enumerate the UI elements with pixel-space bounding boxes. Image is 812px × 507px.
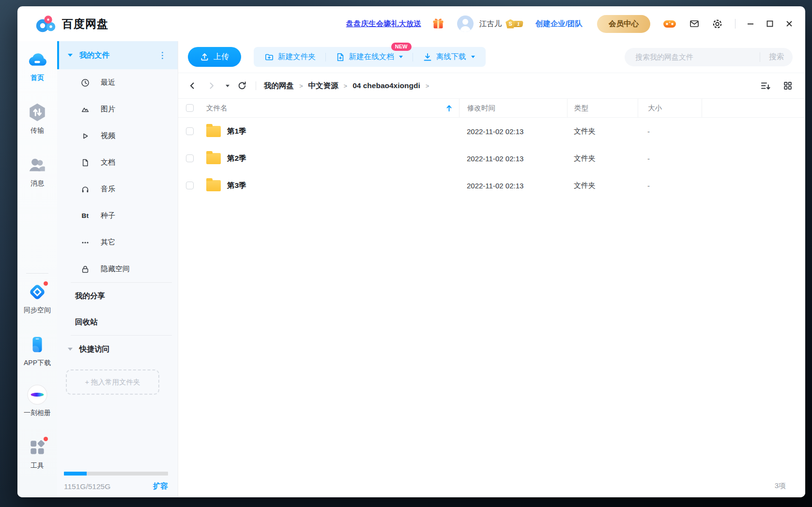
collapse-triangle-icon[interactable] <box>68 348 73 351</box>
maximize-button[interactable] <box>766 19 774 28</box>
sidebar-item-label: 视频 <box>101 131 115 140</box>
collapse-triangle-icon[interactable] <box>68 54 73 57</box>
history-dropdown-icon[interactable] <box>226 85 230 87</box>
games-icon[interactable] <box>663 18 676 29</box>
new-folder-button[interactable]: 新建文件夹 <box>255 47 325 67</box>
member-center-button[interactable]: 会员中心 <box>597 15 650 33</box>
gift-icon[interactable] <box>432 17 444 30</box>
folder-drop-zone[interactable]: + 拖入常用文件夹 <box>66 369 159 395</box>
chevron-down-icon <box>399 56 403 58</box>
forward-button[interactable] <box>207 81 216 90</box>
more-menu-icon[interactable] <box>162 52 163 59</box>
table-row[interactable]: 第3季 2022-11-02 02:13 文件夹 - <box>178 172 805 199</box>
rail-item-transfer[interactable]: 传输 <box>27 102 48 135</box>
column-header-type[interactable]: 类型 <box>567 99 638 117</box>
sidebar-item-my-files[interactable]: 我的文件 <box>57 41 178 69</box>
storage-bar-fill <box>64 472 87 476</box>
baidu-netdisk-logo <box>36 15 56 32</box>
sort-order-icon[interactable] <box>760 81 771 91</box>
file-name[interactable]: 第1季 <box>227 126 246 137</box>
create-team-link[interactable]: 创建企业/团队 <box>536 19 582 29</box>
breadcrumb-row: 我的网盘 > 中文资源 > 04 chebao4xiongdi > <box>178 73 805 98</box>
lock-icon <box>80 264 90 274</box>
file-modified: 2022-11-02 02:13 <box>459 182 567 190</box>
row-checkbox[interactable] <box>186 182 194 189</box>
column-header-size[interactable]: 大小 <box>638 99 702 117</box>
file-modified: 2022-11-02 02:13 <box>459 127 567 136</box>
sidebar-item-my-shares[interactable]: 我的分享 <box>57 283 178 309</box>
column-header-modified[interactable]: 修改时间 <box>459 99 567 117</box>
headphones-icon <box>80 184 90 194</box>
my-files-label: 我的文件 <box>79 50 109 61</box>
quick-access-label: 快捷访问 <box>79 344 109 354</box>
phone-icon <box>27 334 48 355</box>
notification-dot <box>44 437 48 441</box>
offline-download-button[interactable]: 离线下载 <box>413 47 485 67</box>
promo-link[interactable]: 盘盘庆生会壕礼大放送 <box>346 19 421 29</box>
file-type: 文件夹 <box>567 181 638 190</box>
sidebar-item-torrents[interactable]: Bt 种子 <box>57 202 178 229</box>
sidebar-item-recent[interactable]: 最近 <box>57 69 178 96</box>
breadcrumb-divider <box>256 81 256 90</box>
rail-item-album[interactable]: 一刻相册 <box>24 384 51 417</box>
app-title: 百度网盘 <box>62 16 108 31</box>
toolbar: 上传 新建文件夹 NEW <box>178 41 805 73</box>
album-lens-icon <box>27 384 48 405</box>
breadcrumb-separator: > <box>426 82 429 90</box>
breadcrumb-separator: > <box>299 82 303 90</box>
upload-icon <box>200 52 209 61</box>
search-input[interactable] <box>635 53 760 61</box>
refresh-button[interactable] <box>237 81 247 91</box>
new-online-doc-button[interactable]: NEW 新建在线文档 <box>326 47 413 67</box>
sidebar: 我的文件 最近 图片 <box>57 41 178 497</box>
offline-download-label: 离线下载 <box>436 52 466 62</box>
table-row[interactable]: 第1季 2022-11-02 02:13 文件夹 - <box>178 118 805 145</box>
username[interactable]: 江古儿 <box>479 19 502 29</box>
sidebar-item-other[interactable]: 其它 <box>57 229 178 256</box>
rail-item-tools[interactable]: 工具 <box>27 437 48 470</box>
sidebar-item-pictures[interactable]: 图片 <box>57 96 178 123</box>
grid-view-icon[interactable] <box>783 81 793 91</box>
breadcrumb-item[interactable]: 我的网盘 <box>264 81 294 91</box>
sidebar-item-hidden-space[interactable]: 隐藏空间 <box>57 256 178 282</box>
breadcrumb-item[interactable]: 04 chebao4xiongdi <box>352 81 420 90</box>
table-row[interactable]: 第2季 2022-11-02 02:13 文件夹 - <box>178 145 805 172</box>
rail-item-messages[interactable]: 消息 <box>27 154 48 188</box>
user-avatar[interactable] <box>457 15 474 32</box>
titlebar-divider <box>735 19 735 29</box>
row-checkbox[interactable] <box>186 127 194 135</box>
select-all-checkbox[interactable] <box>186 104 194 112</box>
column-header-name[interactable]: 文件名 <box>206 99 459 117</box>
column-label: 文件名 <box>206 104 228 113</box>
sidebar-item-videos[interactable]: 视频 <box>57 123 178 149</box>
minimize-button[interactable] <box>746 19 755 28</box>
file-name[interactable]: 第3季 <box>227 181 246 191</box>
sidebar-item-recycle-bin[interactable]: 回收站 <box>57 309 178 335</box>
file-modified: 2022-11-02 02:13 <box>459 154 567 163</box>
new-folder-label: 新建文件夹 <box>278 52 316 62</box>
rail-item-app-download[interactable]: APP下载 <box>24 334 51 368</box>
file-name[interactable]: 第2季 <box>227 154 246 164</box>
rail-item-sync-space[interactable]: 同步空间 <box>24 281 51 315</box>
vip-badge[interactable]: S 1 <box>506 19 523 29</box>
sidebar-item-quick-access[interactable]: 快捷访问 <box>57 336 178 363</box>
notification-dot <box>44 281 48 286</box>
upload-button[interactable]: 上传 <box>188 47 241 67</box>
storage-bar <box>64 472 168 476</box>
mail-icon[interactable] <box>689 19 700 29</box>
table-header: 文件名 修改时间 类型 大小 <box>178 98 805 118</box>
close-button[interactable] <box>785 19 794 28</box>
expand-storage-link[interactable]: 扩容 <box>153 481 168 492</box>
row-checkbox[interactable] <box>186 154 194 162</box>
document-icon <box>80 158 90 168</box>
settings-gear-icon[interactable] <box>712 19 722 29</box>
sort-ascending-icon[interactable] <box>446 105 452 112</box>
rail-item-home[interactable]: 首页 <box>27 49 48 82</box>
sidebar-item-music[interactable]: 音乐 <box>57 176 178 202</box>
breadcrumb-item[interactable]: 中文资源 <box>308 81 338 91</box>
file-size: - <box>638 154 702 163</box>
new-online-doc-label: 新建在线文档 <box>349 52 394 62</box>
search-button[interactable]: 搜索 <box>760 52 793 62</box>
sidebar-item-documents[interactable]: 文档 <box>57 149 178 176</box>
back-button[interactable] <box>188 81 197 90</box>
